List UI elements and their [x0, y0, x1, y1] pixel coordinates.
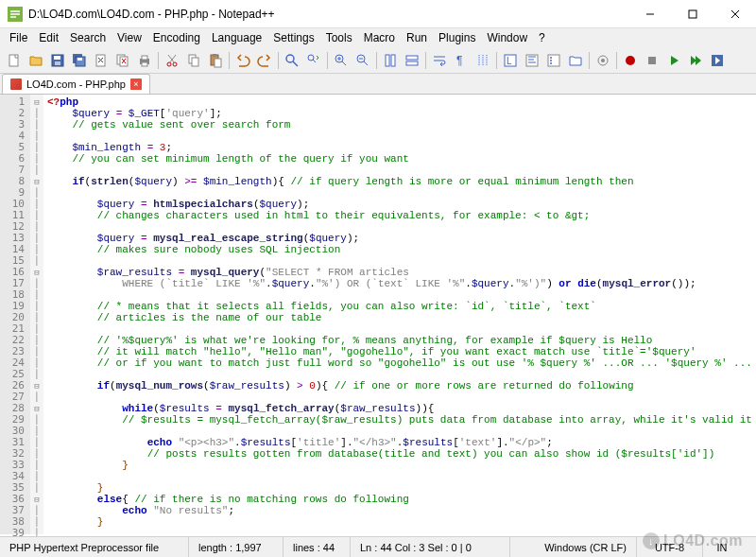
tab-close-icon[interactable]: × [130, 78, 142, 90]
svg-rect-7 [54, 56, 60, 60]
folder-button[interactable] [565, 50, 586, 71]
copy-button[interactable] [183, 50, 204, 71]
watermark-text: LO4D.com [663, 532, 743, 549]
save-button[interactable] [47, 50, 68, 71]
toolbar: ¶ L [0, 47, 756, 74]
zoom-out-button[interactable] [352, 50, 373, 71]
svg-rect-11 [77, 58, 82, 61]
svg-point-61 [601, 59, 605, 62]
toolbar-separator [229, 52, 230, 69]
udl-button[interactable]: L [500, 50, 521, 71]
print-button[interactable] [134, 50, 155, 71]
window-title: D:\LO4D.com\LO4D.com - PHP.php - Notepad… [28, 8, 628, 21]
line-number-gutter: 1234567891011121314151617181920212223242… [0, 95, 30, 534]
close-button[interactable] [713, 0, 756, 27]
tab-label: LO4D.com - PHP.php [26, 78, 126, 90]
macro-stop-button[interactable] [642, 50, 662, 71]
svg-text:¶: ¶ [456, 54, 462, 67]
open-file-button[interactable] [26, 50, 46, 71]
menu-file[interactable]: File [4, 29, 33, 46]
fold-column[interactable]: ⊟││││││⊟│││││││⊟│││││││││⊟│⊟│││││││⊟│││ [30, 95, 43, 534]
menu-view[interactable]: View [112, 29, 147, 46]
svg-point-59 [550, 62, 552, 64]
redo-button[interactable] [254, 50, 275, 71]
toolbar-separator [327, 52, 328, 69]
menu-edit[interactable]: Edit [33, 29, 64, 46]
menu-?[interactable]: ? [533, 29, 551, 46]
menu-search[interactable]: Search [64, 29, 112, 46]
window-controls [628, 0, 756, 27]
svg-point-57 [550, 57, 552, 59]
toolbar-separator [425, 52, 426, 69]
cut-button[interactable] [162, 50, 182, 71]
new-file-button[interactable] [4, 50, 25, 71]
menu-plugins[interactable]: Plugins [433, 29, 481, 46]
svg-rect-45 [406, 61, 418, 65]
status-eol[interactable]: Windows (CR LF) [510, 537, 637, 557]
app-icon [8, 7, 23, 22]
svg-line-34 [313, 60, 316, 62]
svg-rect-56 [548, 55, 559, 66]
toolbar-separator [496, 52, 497, 69]
zoom-in-button[interactable] [331, 50, 352, 71]
titlebar: D:\LO4D.com\LO4D.com - PHP.php - Notepad… [0, 0, 756, 28]
find-button[interactable] [282, 50, 302, 71]
toolbar-separator [158, 52, 159, 69]
menubar: FileEditSearchViewEncodingLanguageSettin… [0, 28, 756, 47]
toolbar-separator [376, 52, 377, 69]
word-wrap-button[interactable] [429, 50, 450, 71]
svg-text:L: L [507, 56, 512, 66]
svg-line-36 [342, 61, 346, 65]
svg-rect-27 [192, 58, 198, 66]
editor[interactable]: 1234567891011121314151617181920212223242… [0, 95, 756, 534]
menu-settings[interactable]: Settings [267, 29, 319, 46]
menu-language[interactable]: Language [206, 29, 267, 46]
macro-record-button[interactable] [620, 50, 641, 71]
func-list-button[interactable] [543, 50, 564, 71]
show-all-chars-button[interactable]: ¶ [451, 50, 472, 71]
watermark: ↓ LO4D.com [643, 532, 743, 549]
paste-button[interactable] [205, 50, 226, 71]
status-filetype: PHP Hypertext Preprocessor file [0, 537, 189, 557]
replace-button[interactable] [303, 50, 324, 71]
svg-rect-21 [142, 62, 147, 66]
save-all-button[interactable] [69, 50, 90, 71]
menu-run[interactable]: Run [401, 29, 433, 46]
svg-rect-42 [386, 55, 389, 66]
menu-tools[interactable]: Tools [320, 29, 358, 46]
svg-rect-20 [142, 56, 147, 60]
svg-rect-8 [55, 61, 60, 65]
minimize-button[interactable] [628, 0, 671, 27]
status-lines: lines : 44 [284, 537, 350, 557]
svg-rect-63 [648, 57, 656, 64]
monitor-button[interactable] [593, 50, 613, 71]
maximize-button[interactable] [671, 0, 713, 27]
svg-rect-44 [406, 56, 418, 60]
menu-macro[interactable]: Macro [358, 29, 401, 46]
sync-v-button[interactable] [380, 50, 401, 71]
tab-file[interactable]: LO4D.com - PHP.php × [2, 74, 150, 94]
status-position: Ln : 44 Col : 3 Sel : 0 | 0 [350, 537, 510, 557]
code-area[interactable]: <?php $query = $_GET['query']; // gets v… [43, 95, 756, 534]
close-all-button[interactable] [112, 50, 133, 71]
macro-play-multi-button[interactable] [685, 50, 706, 71]
doc-map-button[interactable] [522, 50, 542, 71]
svg-point-31 [286, 55, 294, 62]
svg-line-32 [293, 61, 298, 66]
menu-encoding[interactable]: Encoding [147, 29, 206, 46]
svg-point-62 [626, 56, 635, 65]
close-file-button[interactable] [91, 50, 112, 71]
svg-rect-43 [391, 55, 395, 66]
macro-play-button[interactable] [663, 50, 684, 71]
macro-save-button[interactable] [707, 50, 728, 71]
indent-guide-button[interactable] [472, 50, 493, 71]
svg-rect-5 [9, 55, 18, 66]
toolbar-separator [589, 52, 590, 69]
sync-h-button[interactable] [402, 50, 422, 71]
status-length: length : 1,997 [189, 537, 284, 557]
undo-button[interactable] [232, 50, 253, 71]
svg-line-40 [364, 61, 368, 65]
php-file-icon [10, 78, 22, 90]
svg-rect-30 [215, 59, 221, 67]
menu-window[interactable]: Window [481, 29, 533, 46]
